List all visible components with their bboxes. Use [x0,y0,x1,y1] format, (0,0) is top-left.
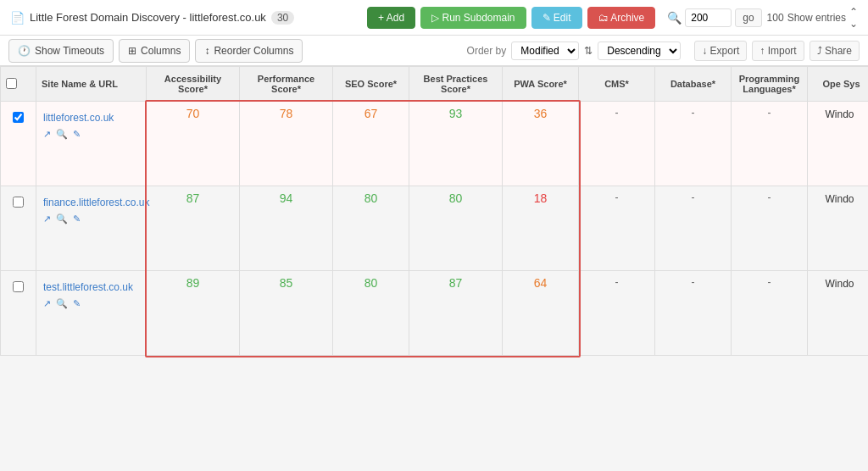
site-action-icons: ↗🔍✎ [43,298,139,309]
accessibility-score: 70 [186,107,200,120]
add-button[interactable]: + Add [367,7,415,29]
prog_lang-value: - [768,276,771,288]
row-checkbox[interactable] [13,197,24,208]
search-go-button[interactable]: go [735,8,761,27]
database-cell: - [655,186,732,271]
database-cell: - [655,102,732,186]
performance-score: 94 [280,191,293,205]
pwa-score-cell: 36 [503,102,579,186]
magnify-icon[interactable]: 🔍 [56,298,68,309]
entries-count: 100 [767,12,784,24]
site-link[interactable]: test.littleforest.co.uk [43,281,139,293]
sub-bar: 🕐 Show Timeouts ⊞ Columns ↕ Reorder Colu… [0,36,868,66]
order-by-select[interactable]: Modified [511,42,579,60]
row-checkbox-cell [1,271,36,356]
prog_lang-cell: - [732,102,808,186]
prog_lang-cell: - [732,271,808,356]
header-pwa: PWA Score* [503,67,579,102]
edit-pencil-icon[interactable]: ✎ [73,298,81,309]
header-os: Ope Sys [808,67,869,102]
share-button[interactable]: ⤴ Share [810,41,860,61]
header-site-name: Site Name & URL [36,67,147,102]
header-cms: CMS* [579,67,655,102]
edit-button[interactable]: ✎ Edit [531,7,582,29]
order-area: Order by Modified ⇅ Descending ↓ Export … [467,41,860,61]
row-checkbox[interactable] [13,281,24,292]
order-direction-icon: ⇅ [584,45,593,57]
site-action-icons: ↗🔍✎ [43,129,139,140]
entries-label: Show entries [787,12,846,24]
best-practices-score: 87 [449,276,463,290]
external-link-icon[interactable]: ↗ [43,129,51,140]
count-badge: 30 [271,11,294,25]
header-performance: Performance Score* [240,67,333,102]
site-name-cell: finance.littleforest.co.uk↗🔍✎ [36,186,147,271]
accessibility-score: 87 [186,191,200,205]
site-link[interactable]: finance.littleforest.co.uk [43,197,139,208]
cms-value: - [615,191,619,203]
accessibility-score-cell: 70 [147,102,240,186]
best-practices-score-cell: 93 [409,102,503,186]
main-table: Site Name & URL Accessibility Score* Per… [0,66,868,356]
title-area: 📄 Little Forest Domain Discovery - littl… [10,11,360,25]
pwa-score: 64 [534,276,548,290]
header-database: Database* [655,67,732,102]
cms-cell: - [579,271,655,356]
database-value: - [692,276,695,288]
table-row: littleforest.co.uk↗🔍✎7078679336---Windo [1,102,869,186]
pwa-score-cell: 18 [503,186,579,271]
best-practices-score: 80 [449,191,463,205]
row-checkbox[interactable] [13,112,24,123]
performance-score: 85 [280,276,293,290]
performance-score-cell: 85 [240,271,333,356]
table-body: littleforest.co.uk↗🔍✎7078679336---Windof… [1,102,869,356]
run-subdomain-button[interactable]: ▷ Run Subdomain [420,7,526,29]
os-value: Windo [808,271,868,296]
edit-pencil-icon[interactable]: ✎ [73,213,81,224]
site-action-icons: ↗🔍✎ [43,213,139,224]
site-link[interactable]: littleforest.co.uk [43,112,139,124]
columns-icon: ⊞ [128,45,136,57]
reorder-icon: ↕ [204,45,209,57]
entries-chevron-icon[interactable]: ⌃⌄ [849,6,858,30]
row-checkbox-cell [1,102,36,186]
search-input[interactable] [685,8,732,27]
os-cell: Windo [808,102,869,186]
seo-score-cell: 67 [333,102,409,186]
sort-direction-select[interactable]: Descending [598,42,681,60]
best-practices-score-cell: 80 [409,186,503,271]
show-timeouts-button[interactable]: 🕐 Show Timeouts [8,39,114,63]
seo-score-cell: 80 [333,186,409,271]
magnify-icon[interactable]: 🔍 [56,129,68,140]
external-link-icon[interactable]: ↗ [43,298,51,309]
reorder-columns-button[interactable]: ↕ Reorder Columns [195,39,303,63]
pwa-score: 36 [534,107,548,120]
top-bar: 📄 Little Forest Domain Discovery - littl… [0,0,868,36]
table-row: finance.littleforest.co.uk↗🔍✎8794808018-… [1,186,869,271]
site-name-cell: test.littleforest.co.uk↗🔍✎ [36,271,147,356]
select-all-checkbox[interactable] [6,78,17,89]
seo-score: 67 [364,107,378,120]
edit-pencil-icon[interactable]: ✎ [73,129,81,140]
pwa-score: 18 [534,191,548,205]
best-practices-score: 93 [449,107,463,120]
database-value: - [692,191,695,203]
database-cell: - [655,271,732,356]
prog_lang-value: - [768,107,771,119]
search-area: 🔍 go [667,8,761,27]
export-button[interactable]: ↓ Export [694,41,747,61]
table-header: Site Name & URL Accessibility Score* Per… [1,67,869,102]
external-link-icon[interactable]: ↗ [43,213,51,224]
columns-button[interactable]: ⊞ Columns [119,39,190,63]
import-button[interactable]: ↑ Import [752,41,804,61]
prog_lang-cell: - [732,186,808,271]
magnify-icon[interactable]: 🔍 [56,213,68,224]
top-bar-actions: + Add ▷ Run Subdomain ✎ Edit 🗂 Archive 🔍… [367,6,858,30]
prog_lang-value: - [768,191,771,203]
cms-cell: - [579,102,655,186]
archive-button[interactable]: 🗂 Archive [587,7,656,29]
database-value: - [692,107,695,119]
header-accessibility: Accessibility Score* [147,67,240,102]
page-icon: 📄 [10,11,25,25]
accessibility-score-cell: 87 [147,186,240,271]
